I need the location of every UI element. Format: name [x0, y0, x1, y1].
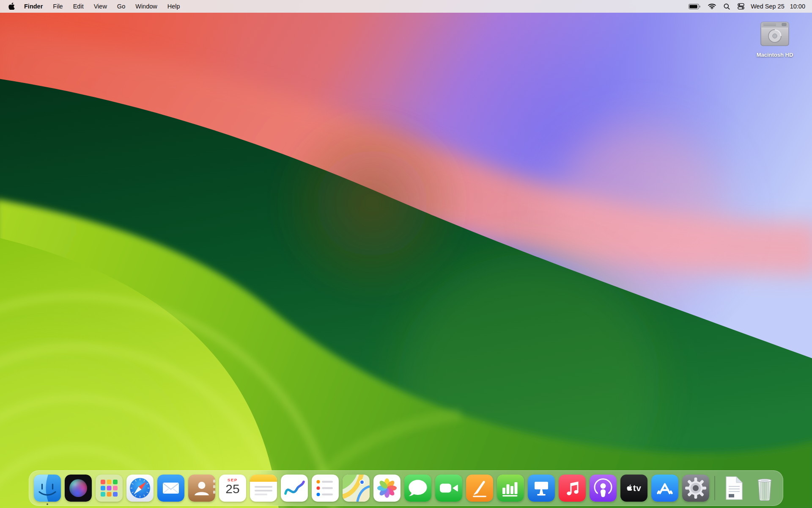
- pages-icon: [466, 475, 493, 502]
- dock-separator: [714, 476, 715, 500]
- messages-icon: [404, 475, 431, 502]
- launchpad-icon: [96, 475, 123, 502]
- calendar-day-label: 25: [225, 482, 239, 496]
- dock-item-finder[interactable]: [34, 475, 61, 502]
- dock-item-messages[interactable]: [404, 475, 431, 502]
- desktop-icon-label: Macintosh HD: [757, 52, 793, 58]
- dock-item-app-store[interactable]: [651, 475, 678, 502]
- menu-bar-clock[interactable]: Wed Sep 25 10:00: [751, 3, 805, 10]
- tv-label: tv: [633, 483, 642, 493]
- safari-icon: [126, 475, 154, 502]
- clock-time: 10:00: [790, 3, 805, 10]
- mail-icon: [157, 475, 184, 502]
- dock-item-podcasts[interactable]: [590, 475, 617, 502]
- dock-item-notes[interactable]: [250, 475, 277, 502]
- menu-item-edit[interactable]: Edit: [68, 0, 89, 13]
- dock-item-pages[interactable]: [466, 475, 493, 502]
- dock: SEP 25: [29, 470, 783, 506]
- apple-logo-small-icon: [627, 484, 632, 492]
- battery-icon[interactable]: [685, 0, 704, 13]
- dock-item-music[interactable]: [559, 475, 586, 502]
- dock-item-facetime[interactable]: [435, 475, 462, 502]
- dock-item-calendar[interactable]: SEP 25: [219, 475, 246, 502]
- dock-item-photos[interactable]: [373, 475, 401, 502]
- trash-icon: [751, 475, 778, 502]
- system-settings-icon: [682, 475, 709, 502]
- dock-item-freeform[interactable]: [281, 475, 308, 502]
- dock-item-trash[interactable]: [751, 475, 778, 502]
- app-menu-label: Finder: [24, 3, 43, 10]
- dock-item-mail[interactable]: [157, 475, 184, 502]
- document-icon: [720, 475, 747, 502]
- dock-item-reminders[interactable]: [312, 475, 339, 502]
- dock-item-siri[interactable]: [65, 475, 92, 502]
- clock-date: Wed Sep 25: [751, 3, 785, 10]
- menu-item-go[interactable]: Go: [112, 0, 130, 13]
- menu-item-view[interactable]: View: [89, 0, 112, 13]
- contacts-icon: [188, 475, 215, 502]
- calendar-icon: SEP 25: [219, 475, 246, 502]
- menu-bar: Finder File Edit View Go Window Help: [0, 0, 812, 13]
- reminders-icon: [312, 475, 339, 502]
- apple-tv-icon: tv: [620, 475, 647, 502]
- dock-item-keynote[interactable]: [528, 475, 555, 502]
- dock-item-contacts[interactable]: [188, 475, 215, 502]
- control-center-icon[interactable]: [734, 0, 748, 13]
- desktop-icon-macintosh-hd[interactable]: Macintosh HD: [750, 19, 799, 58]
- menu-bar-right: Wed Sep 25 10:00: [685, 0, 805, 13]
- siri-icon: [65, 475, 92, 502]
- facetime-icon: [435, 475, 462, 502]
- finder-running-indicator: [47, 503, 48, 505]
- numbers-icon: [497, 475, 524, 502]
- menu-item-app-name[interactable]: Finder: [19, 0, 48, 13]
- keynote-icon: [528, 475, 555, 502]
- freeform-icon: [281, 475, 308, 502]
- spotlight-search-icon[interactable]: [720, 0, 734, 13]
- desktop-wallpaper: [0, 0, 812, 508]
- dock-item-launchpad[interactable]: [96, 475, 123, 502]
- menu-item-help[interactable]: Help: [162, 0, 185, 13]
- dock-item-numbers[interactable]: [497, 475, 524, 502]
- menu-item-file[interactable]: File: [48, 0, 68, 13]
- dock-item-downloads[interactable]: [720, 475, 747, 502]
- dock-item-safari[interactable]: [126, 475, 154, 502]
- music-icon: [559, 475, 586, 502]
- notes-yellow-band: [250, 475, 277, 482]
- menu-item-window[interactable]: Window: [130, 0, 162, 13]
- photos-icon: [373, 475, 401, 502]
- menu-bar-left: Finder File Edit View Go Window Help: [5, 0, 185, 13]
- dock-item-maps[interactable]: [343, 475, 370, 502]
- maps-icon: [343, 475, 370, 502]
- notes-icon: [250, 475, 277, 502]
- app-store-icon: [651, 475, 678, 502]
- apple-menu[interactable]: [5, 0, 19, 13]
- apple-logo-icon: [8, 2, 15, 11]
- hard-drive-icon: [757, 19, 792, 51]
- podcasts-icon: [590, 475, 617, 502]
- dock-item-system-settings[interactable]: [682, 475, 709, 502]
- dock-item-tv[interactable]: tv: [620, 475, 647, 502]
- finder-icon: [34, 475, 61, 502]
- wifi-icon[interactable]: [704, 0, 720, 13]
